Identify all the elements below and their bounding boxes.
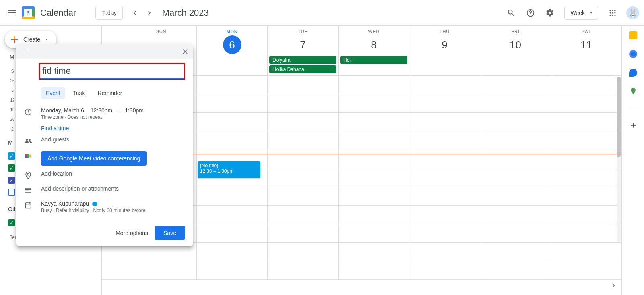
grid-cell[interactable] bbox=[480, 187, 551, 205]
grid-cell[interactable] bbox=[197, 261, 268, 279]
checkbox-icon[interactable]: ✓ bbox=[8, 152, 15, 160]
grid-cell[interactable] bbox=[268, 94, 339, 112]
grid-cell[interactable] bbox=[551, 206, 621, 224]
calendar-color-dot[interactable] bbox=[92, 202, 97, 206]
more-options-button[interactable]: More options bbox=[116, 230, 148, 236]
guests-row[interactable]: Add guests bbox=[24, 134, 185, 149]
datetime-row[interactable]: Monday, March 6 12:30pm – 1:30pm Time zo… bbox=[24, 105, 185, 123]
dialog-header[interactable] bbox=[16, 44, 193, 59]
grid-cell[interactable] bbox=[551, 168, 621, 187]
show-side-panel-button[interactable] bbox=[608, 280, 619, 291]
add-addon-button[interactable] bbox=[629, 121, 637, 131]
tab-reminder[interactable]: Reminder bbox=[93, 87, 127, 99]
drag-handle-icon[interactable] bbox=[20, 47, 29, 56]
grid-cell[interactable] bbox=[268, 243, 339, 261]
checkbox-icon[interactable]: ✓ bbox=[8, 219, 15, 226]
grid-cell[interactable] bbox=[268, 131, 339, 150]
grid-cell[interactable] bbox=[409, 113, 480, 131]
event-block[interactable]: (No title) 12:30 – 1:30pm bbox=[198, 161, 260, 178]
grid-cell[interactable] bbox=[339, 261, 409, 279]
grid-cell[interactable] bbox=[339, 206, 409, 224]
grid-cell[interactable] bbox=[339, 94, 409, 112]
grid-cell[interactable] bbox=[268, 113, 339, 131]
mini-day[interactable]: 26 bbox=[10, 79, 15, 83]
main-menu-button[interactable] bbox=[3, 4, 21, 22]
allday-cell[interactable] bbox=[197, 55, 268, 75]
checkbox-icon[interactable]: ✓ bbox=[8, 164, 15, 172]
grid-cell[interactable] bbox=[268, 261, 339, 279]
tasks-icon[interactable] bbox=[629, 50, 637, 58]
find-time-row[interactable]: Find a time bbox=[24, 123, 185, 134]
add-description-field[interactable]: Add description or attachments bbox=[41, 185, 185, 192]
grid-cell[interactable] bbox=[268, 206, 339, 224]
grid-cell[interactable] bbox=[480, 224, 551, 242]
close-icon[interactable] bbox=[181, 48, 189, 56]
view-selector[interactable]: Week bbox=[564, 6, 598, 20]
maps-icon[interactable] bbox=[629, 87, 637, 95]
tab-event[interactable]: Event bbox=[41, 87, 65, 99]
grid-cell[interactable] bbox=[551, 261, 621, 279]
add-meet-button[interactable]: Add Google Meet video conferencing bbox=[41, 151, 147, 166]
grid-cell[interactable] bbox=[551, 187, 621, 205]
grid-cell[interactable] bbox=[268, 187, 339, 205]
grid-cell[interactable] bbox=[551, 243, 621, 261]
event-start-time[interactable]: 12:30pm bbox=[91, 107, 112, 114]
grid-cell[interactable] bbox=[480, 168, 551, 187]
grid-cell[interactable] bbox=[339, 224, 409, 242]
apps-button[interactable] bbox=[604, 4, 621, 22]
grid-cell[interactable] bbox=[409, 206, 480, 224]
grid-cell[interactable] bbox=[126, 261, 197, 279]
grid-cell[interactable] bbox=[339, 187, 409, 205]
grid-cell[interactable] bbox=[551, 94, 621, 112]
grid-cell[interactable] bbox=[551, 150, 621, 168]
grid-cell[interactable] bbox=[409, 131, 480, 150]
grid-cell[interactable] bbox=[551, 224, 621, 242]
allday-cell[interactable]: Dolyatra Holika Dahana bbox=[268, 55, 339, 75]
mini-day[interactable]: 2 bbox=[10, 127, 15, 131]
grid-cell[interactable] bbox=[197, 76, 268, 94]
grid-cell[interactable] bbox=[409, 224, 480, 242]
keep-icon[interactable] bbox=[629, 31, 637, 39]
grid-cell[interactable] bbox=[409, 261, 480, 279]
next-period-button[interactable] bbox=[142, 6, 157, 20]
organizer-row[interactable]: Kavya Kupunarapu Busy · Default visibili… bbox=[24, 198, 185, 216]
day-header-wed[interactable]: WED8 bbox=[339, 26, 409, 55]
description-row[interactable]: Add description or attachments bbox=[24, 183, 185, 198]
day-header-tue[interactable]: TUE7 bbox=[268, 26, 339, 55]
grid-cell[interactable] bbox=[409, 150, 480, 168]
grid-cell[interactable] bbox=[197, 224, 268, 242]
allday-event[interactable]: Holi bbox=[340, 56, 407, 64]
checkbox-icon[interactable] bbox=[8, 189, 15, 196]
grid-cell[interactable] bbox=[197, 94, 268, 112]
day-header-fri[interactable]: FRI10 bbox=[480, 26, 551, 55]
grid-cell[interactable] bbox=[339, 150, 409, 168]
grid-cell[interactable] bbox=[480, 131, 551, 150]
grid-cell[interactable] bbox=[480, 261, 551, 279]
day-header-mon[interactable]: MON6 bbox=[197, 26, 268, 55]
find-time-link[interactable]: Find a time bbox=[41, 125, 185, 131]
allday-cell[interactable]: Holi bbox=[339, 55, 409, 75]
mini-day[interactable]: 19 bbox=[10, 108, 15, 112]
grid-cell[interactable] bbox=[409, 243, 480, 261]
mini-day[interactable]: 5 bbox=[10, 88, 15, 93]
grid-cell[interactable] bbox=[197, 131, 268, 150]
add-guests-field[interactable]: Add guests bbox=[41, 136, 185, 143]
help-button[interactable] bbox=[522, 4, 539, 22]
event-end-time[interactable]: 1:30pm bbox=[125, 107, 144, 114]
grid-cell[interactable] bbox=[268, 76, 339, 94]
event-date[interactable]: Monday, March 6 bbox=[41, 107, 84, 114]
account-avatar[interactable]: 🐰 bbox=[626, 6, 639, 19]
location-row[interactable]: Add location bbox=[24, 168, 185, 183]
grid-cell[interactable] bbox=[480, 113, 551, 131]
grid-cell[interactable] bbox=[551, 76, 621, 94]
settings-button[interactable] bbox=[541, 4, 559, 22]
grid-cell[interactable] bbox=[268, 168, 339, 187]
mini-day[interactable]: 12 bbox=[10, 98, 15, 102]
grid-cell[interactable] bbox=[197, 243, 268, 261]
allday-cell[interactable] bbox=[480, 55, 551, 75]
grid-cell[interactable] bbox=[480, 76, 551, 94]
grid-cell[interactable] bbox=[197, 206, 268, 224]
grid-cell[interactable] bbox=[339, 168, 409, 187]
organizer-subtext[interactable]: Busy · Default visibility · Notify 30 mi… bbox=[41, 208, 185, 213]
grid-cell[interactable] bbox=[409, 187, 480, 205]
